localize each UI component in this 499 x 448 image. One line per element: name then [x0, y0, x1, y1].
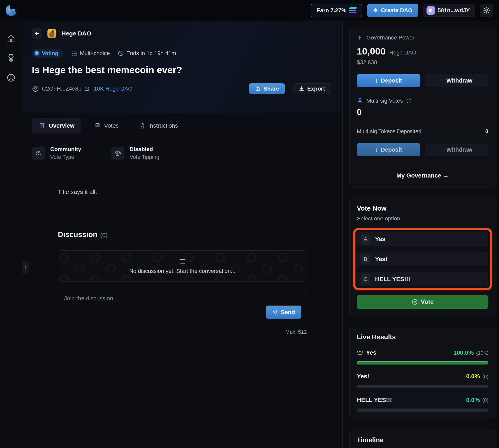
governance-power-title: Governance Power: [366, 34, 415, 41]
left-sidebar: [0, 21, 22, 448]
theme-toggle-button[interactable]: [480, 4, 493, 17]
checklist-icon: [71, 50, 78, 57]
info-icon[interactable]: [406, 98, 412, 104]
vote-tipping-item: Disabled Vote Tipping: [111, 146, 159, 160]
timeline-card: Timeline Created Oct 17, 2025, 4:02pm Vo…: [349, 429, 496, 448]
download-icon: [299, 86, 304, 92]
top-bar: Earn 7.27% ❖ Create DAO 581n...wdJY: [0, 0, 499, 21]
main-content: Hege DAO Voting Multi-choice Ends in 1d …: [22, 21, 343, 448]
scroll-icon: [39, 122, 46, 129]
type-badge: Multi-choice: [71, 50, 110, 57]
result-percent: 0.0%: [466, 373, 480, 380]
multisig-deposited-value: 0: [485, 128, 488, 135]
discussion-empty-state: No discussion yet. Start the conversatio…: [58, 250, 307, 282]
result-count: (0): [482, 374, 488, 380]
medal-icon[interactable]: [6, 53, 16, 63]
tab-instructions[interactable]: Instructions: [132, 118, 185, 133]
scales-icon: [114, 150, 121, 157]
vote-now-subtitle: Select one option: [357, 215, 488, 222]
multisig-deposited-label: Multi-sig Tokens Deposited: [357, 128, 421, 135]
share-button[interactable]: Share: [249, 83, 285, 94]
arrow-up-icon: ↑: [440, 146, 444, 153]
proposal-author[interactable]: C2GFH...Z4e8p: [32, 85, 90, 92]
arrow-down-icon: ↓: [375, 77, 378, 84]
app-logo[interactable]: [6, 5, 17, 16]
author-address: C2GFH...Z4e8p: [42, 86, 81, 92]
vote-option-c[interactable]: C HELL YES!!!: [357, 272, 488, 286]
governance-power-card: Governance Power 10,000 Hege DAO $32.638…: [349, 27, 496, 188]
community-icon: [35, 150, 42, 157]
result-percent: 0.0%: [466, 397, 480, 403]
lightning-icon: [357, 34, 363, 41]
result-count: (0): [482, 397, 488, 403]
arrow-up-icon: ↑: [440, 77, 444, 84]
deposit-button[interactable]: ↓ Deposit: [357, 74, 420, 87]
earn-button[interactable]: Earn 7.27%: [311, 4, 362, 17]
governance-power-usd: $32.638: [357, 59, 488, 65]
multisig-withdraw-button[interactable]: ↑ Withdraw: [425, 143, 489, 156]
vote-option-a[interactable]: A Yes: [357, 232, 488, 246]
wallet-button[interactable]: 581n...wdJY: [423, 4, 475, 17]
multisig-deposit-button[interactable]: ↓ Deposit: [357, 143, 420, 156]
create-dao-label: Create DAO: [381, 7, 412, 14]
result-bar-track: [357, 385, 488, 388]
vote-tipping-value: Disabled: [130, 146, 159, 152]
sidebar-expand-button[interactable]: [22, 261, 29, 274]
result-percent: 100.0%: [453, 349, 474, 356]
discussion-max-label: Max: 512: [58, 329, 307, 335]
create-dao-button[interactable]: ❖ Create DAO: [367, 4, 418, 17]
vote-type-value: Community: [50, 146, 81, 152]
result-row: HELL YES!!! 0.0% (0): [357, 397, 488, 412]
discussion-input-box: Send: [58, 290, 307, 324]
vote-tipping-label: Vote Tipping: [130, 154, 159, 160]
right-panel: Governance Power 10,000 Hege DAO $32.638…: [343, 21, 499, 448]
option-key-badge: C: [361, 274, 370, 284]
result-bar-track: [357, 361, 488, 365]
paper-plane-icon: [272, 309, 278, 315]
earn-label: Earn 7.27%: [316, 7, 346, 14]
vote-button[interactable]: Vote: [357, 295, 488, 309]
author-token-link[interactable]: 10K Hege DAO: [94, 86, 133, 92]
discussion-input[interactable]: [64, 295, 230, 318]
option-key-badge: A: [361, 234, 370, 244]
withdraw-button[interactable]: ↑ Withdraw: [425, 74, 489, 87]
proposal-description-section: Title says it all.: [22, 169, 343, 218]
discussion-title: Discussion: [58, 230, 97, 239]
vote-type-label: Vote Type: [50, 154, 81, 160]
status-dot-icon: [35, 51, 39, 55]
user-circle-icon: [32, 85, 39, 92]
tab-votes[interactable]: Votes: [87, 118, 125, 133]
phantom-wallet-icon: [426, 6, 435, 15]
check-circle-icon: [411, 299, 418, 305]
share-icon: [255, 86, 261, 92]
timeline-title: Timeline: [357, 436, 488, 444]
wallet-address: 581n...wdJY: [438, 7, 470, 14]
result-bar-fill: [357, 361, 488, 365]
result-count: (10K): [476, 350, 488, 356]
crown-icon: [357, 350, 363, 356]
tab-overview[interactable]: Overview: [32, 118, 81, 133]
governance-power-amount: 10,000: [357, 46, 386, 57]
send-button[interactable]: Send: [266, 305, 301, 319]
clock-icon: [118, 50, 124, 56]
vote-now-card: Vote Now Select one option A Yes B Yes! …: [349, 197, 496, 316]
result-bar-track: [357, 409, 488, 412]
result-row: Yes 100.0% (10K): [357, 349, 488, 365]
home-icon[interactable]: [6, 34, 16, 43]
proposal-title: Is Hege the best memecoin ever?: [32, 64, 331, 75]
export-button[interactable]: Export: [293, 83, 331, 94]
dao-avatar[interactable]: [47, 29, 56, 38]
vote-option-b[interactable]: B Yes!: [357, 252, 488, 266]
profile-icon[interactable]: [6, 73, 16, 82]
file-code-icon: [138, 122, 145, 129]
shield-user-icon: [357, 97, 363, 104]
sparkle-icon: ❖: [373, 7, 378, 14]
vote-options: A Yes B Yes! C HELL YES!!!: [357, 232, 488, 286]
my-governance-link[interactable]: My Governance →: [350, 165, 496, 180]
arrow-down-icon: ↓: [375, 146, 378, 153]
proposal-info-row: Community Vote Type Disabled Vote Tippin…: [22, 138, 343, 169]
option-key-badge: B: [361, 254, 370, 264]
status-badge: Voting: [32, 49, 63, 58]
multisig-votes-label: Multi-sig Votes: [366, 97, 403, 104]
back-button[interactable]: [32, 28, 42, 39]
